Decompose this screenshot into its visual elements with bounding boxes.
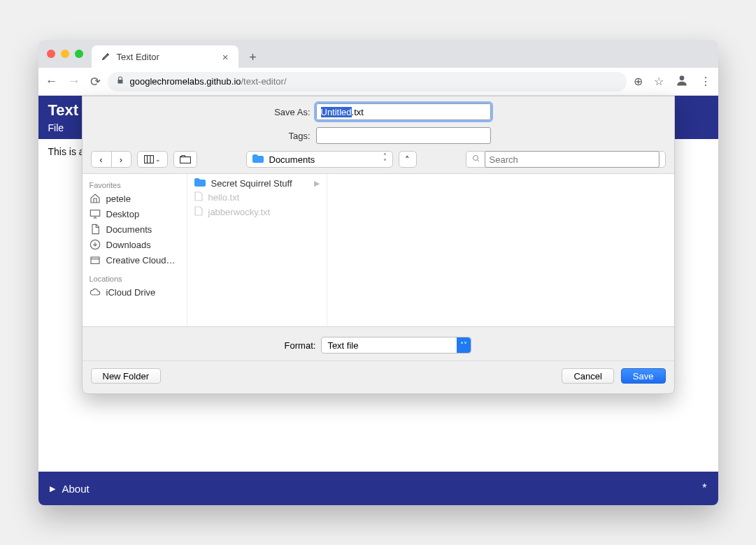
menu-icon[interactable]: ⋮ bbox=[700, 75, 711, 88]
bookmark-icon[interactable]: ☆ bbox=[654, 75, 664, 88]
svg-rect-9 bbox=[91, 257, 99, 263]
sidebar-item-label: Desktop bbox=[106, 209, 140, 219]
about-link[interactable]: About bbox=[62, 483, 90, 495]
install-app-icon[interactable]: ⊕ bbox=[634, 75, 643, 88]
format-row: Format: Text file ˄˅ bbox=[83, 327, 674, 361]
minimize-window-icon[interactable] bbox=[61, 50, 69, 58]
save-button[interactable]: Save bbox=[621, 368, 666, 384]
profile-icon[interactable] bbox=[675, 73, 689, 90]
zoom-window-icon[interactable] bbox=[75, 50, 83, 58]
save-as-label: Save As: bbox=[266, 107, 311, 117]
dialog-buttons: New Folder Cancel Save bbox=[83, 361, 674, 385]
finder-sidebar: Favorites peteleDesktopDocumentsDownload… bbox=[83, 174, 187, 326]
file-icon bbox=[194, 206, 203, 218]
folder-icon bbox=[194, 178, 206, 189]
tab-title: Text Editor bbox=[117, 52, 159, 62]
finder-forward-button[interactable]: › bbox=[111, 152, 131, 167]
finder-search[interactable] bbox=[466, 151, 666, 168]
file-item: jabberwocky.txt bbox=[187, 205, 327, 219]
history-nav: ‹ › bbox=[91, 151, 131, 168]
forward-button[interactable]: → bbox=[68, 74, 80, 89]
sidebar-item-label: Downloads bbox=[106, 240, 151, 250]
app-footer: ▶ About * bbox=[38, 472, 718, 505]
save-dialog: Save As: Tags: ‹ › ⌄ bbox=[82, 96, 675, 394]
cloud-icon bbox=[90, 286, 101, 298]
svg-rect-4 bbox=[180, 157, 190, 164]
address-bar[interactable]: googlechromelabs.github.io/text-editor/ bbox=[108, 72, 627, 92]
sidebar-item-icloud-drive[interactable]: iCloud Drive bbox=[85, 284, 184, 300]
close-window-icon[interactable] bbox=[47, 50, 55, 58]
location-popup[interactable]: Documents ˄˅ bbox=[246, 151, 393, 168]
updown-icon: ˄˅ bbox=[383, 154, 387, 165]
view-mode[interactable]: ⌄ bbox=[137, 151, 168, 168]
folder-icon bbox=[252, 154, 264, 165]
entry-label: jabberwocky.txt bbox=[208, 207, 271, 217]
file-browser: Favorites peteleDesktopDocumentsDownload… bbox=[83, 173, 674, 327]
entry-label: hello.txt bbox=[208, 192, 240, 203]
svg-rect-7 bbox=[90, 210, 99, 217]
browser-tab[interactable]: Text Editor × bbox=[92, 45, 238, 68]
cancel-button[interactable]: Cancel bbox=[562, 368, 613, 384]
columns-view-icon[interactable]: ⌄ bbox=[138, 152, 167, 167]
download-icon bbox=[90, 239, 101, 250]
column-2 bbox=[327, 174, 674, 326]
sidebar-item-creative-cloud-[interactable]: Creative Cloud… bbox=[85, 252, 184, 268]
location-label: Documents bbox=[269, 154, 315, 165]
pencil-icon bbox=[101, 51, 111, 63]
select-caret-icon: ˄˅ bbox=[457, 337, 471, 353]
lock-icon bbox=[116, 76, 124, 87]
tags-input[interactable] bbox=[316, 127, 491, 144]
url-text: googlechromelabs.github.io/text-editor/ bbox=[130, 76, 287, 87]
window-controls bbox=[47, 40, 92, 68]
format-value: Text file bbox=[327, 340, 358, 351]
browser-window: Text Editor × + ← → ⟳ googlechromelabs.g… bbox=[38, 40, 718, 505]
file-icon bbox=[194, 191, 203, 203]
svg-line-6 bbox=[477, 160, 479, 162]
svg-point-5 bbox=[473, 156, 478, 161]
sidebar-item-label: Documents bbox=[106, 224, 152, 235]
search-input[interactable] bbox=[485, 151, 659, 168]
sidebar-item-label: petele bbox=[106, 194, 131, 204]
new-tab-button[interactable]: + bbox=[243, 47, 264, 68]
sidebar-item-label: Creative Cloud… bbox=[106, 255, 176, 266]
search-icon bbox=[472, 153, 480, 166]
browser-toolbar: ← → ⟳ googlechromelabs.github.io/text-ed… bbox=[38, 68, 718, 96]
doc-icon bbox=[90, 224, 101, 235]
desktop-icon bbox=[90, 208, 101, 219]
svg-rect-1 bbox=[144, 156, 153, 164]
folder-item[interactable]: Secret Squirrel Stuff▶ bbox=[187, 177, 327, 190]
sidebar-item-label: iCloud Drive bbox=[106, 287, 156, 298]
modified-indicator: * bbox=[702, 482, 706, 495]
expand-button[interactable]: ˄ bbox=[399, 151, 417, 168]
home-icon bbox=[90, 193, 101, 204]
finder-back-button[interactable]: ‹ bbox=[92, 152, 111, 167]
save-as-input[interactable] bbox=[316, 103, 491, 120]
svg-point-0 bbox=[679, 75, 684, 80]
group-button[interactable] bbox=[173, 151, 197, 168]
locations-heading: Locations bbox=[85, 272, 184, 284]
sidebar-item-desktop[interactable]: Desktop bbox=[85, 206, 184, 221]
tags-label: Tags: bbox=[266, 131, 311, 141]
close-tab-icon[interactable]: × bbox=[222, 51, 229, 63]
sidebar-item-documents[interactable]: Documents bbox=[85, 221, 184, 237]
format-select[interactable]: Text file ˄˅ bbox=[321, 337, 471, 354]
sidebar-item-downloads[interactable]: Downloads bbox=[85, 237, 184, 252]
favorites-heading: Favorites bbox=[85, 178, 184, 191]
file-item: hello.txt bbox=[187, 190, 327, 205]
finder-toolbar: ‹ › ⌄ Documents ˄˅ bbox=[83, 144, 674, 173]
tags-row: Tags: bbox=[83, 120, 674, 144]
sidebar-item-petele[interactable]: petele bbox=[85, 191, 184, 206]
text-editor-app: Text File This is a n Save As: Tags: ‹ › bbox=[38, 96, 718, 472]
new-folder-button[interactable]: New Folder bbox=[91, 368, 161, 384]
entry-label: Secret Squirrel Stuff bbox=[211, 178, 292, 189]
back-button[interactable]: ← bbox=[45, 74, 58, 89]
column-1: Secret Squirrel Stuff▶hello.txtjabberwoc… bbox=[187, 174, 327, 326]
save-as-row: Save As: bbox=[83, 96, 674, 120]
disclosure-icon[interactable]: ▶ bbox=[50, 484, 55, 493]
format-label: Format: bbox=[285, 340, 316, 351]
tab-bar: Text Editor × + bbox=[38, 40, 718, 68]
reload-button[interactable]: ⟳ bbox=[90, 74, 101, 89]
chevron-right-icon: ▶ bbox=[314, 179, 320, 188]
cloudbox-icon bbox=[90, 254, 101, 266]
toolbar-right: ⊕ ☆ ⋮ bbox=[634, 73, 711, 90]
